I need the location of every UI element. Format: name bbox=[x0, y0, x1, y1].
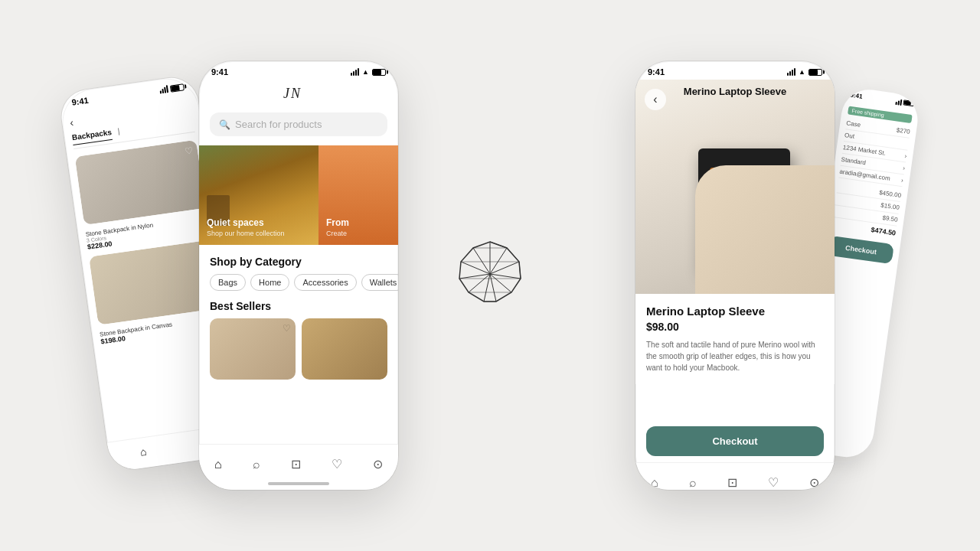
wifi-right: ▲ bbox=[799, 68, 805, 76]
checkout-button[interactable]: Checkout bbox=[646, 426, 824, 456]
battery-icon bbox=[170, 83, 185, 92]
search-icon: 🔍 bbox=[219, 119, 230, 130]
shop-by-category-title: Shop by Category bbox=[199, 256, 398, 274]
time-center: 9:41 bbox=[211, 67, 228, 77]
center-diamond-logo bbox=[452, 236, 528, 315]
signal-right bbox=[787, 68, 795, 76]
bestseller-1[interactable]: ♡ bbox=[210, 318, 296, 380]
product-image-area: ‹ Merino Laptop Sleeve bbox=[635, 80, 835, 294]
wifi-center: ▲ bbox=[362, 68, 369, 76]
product-info-right: Merino Laptop Sleeve $98.00 The soft and… bbox=[635, 294, 835, 384]
hero-section: Quiet spaces Shop our home collection Fr… bbox=[199, 145, 398, 245]
home-indicator-center bbox=[268, 482, 329, 485]
nav-heart-center[interactable]: ♡ bbox=[332, 457, 342, 471]
bottom-nav-right: ⌂ ⌕ ⊡ ♡ ⊙ bbox=[635, 462, 835, 490]
tab-backpacks[interactable]: Backpacks bbox=[71, 128, 113, 145]
hero-banner-right[interactable]: From Create bbox=[318, 145, 398, 245]
brand-logo-svg: JN bbox=[283, 86, 314, 101]
status-icons-right: ▲ bbox=[787, 68, 822, 76]
nav-bag-right[interactable]: ⊡ bbox=[727, 475, 737, 490]
product-name-right: Merino Laptop Sleeve bbox=[646, 305, 824, 318]
summary-amount-1: $450.00 bbox=[879, 189, 902, 199]
summary-amount-3: $9.50 bbox=[882, 214, 898, 223]
signal-back bbox=[895, 98, 902, 105]
bottom-nav-center: ⌂ ⌕ ⊡ ♡ ⊙ bbox=[199, 444, 398, 490]
hero-title-right: From bbox=[326, 217, 349, 228]
order-label-shipping: Standard bbox=[841, 156, 866, 166]
status-bar-right: 9:41 ▲ bbox=[635, 61, 835, 80]
svg-line-14 bbox=[507, 248, 519, 262]
hero-sub-right: Create bbox=[326, 230, 349, 237]
order-total-amount: $474.50 bbox=[871, 226, 897, 236]
category-home[interactable]: Home bbox=[250, 274, 289, 291]
product-title-bar: Merino Laptop Sleeve bbox=[635, 86, 835, 97]
status-icons-left bbox=[159, 83, 185, 93]
back-arrow-icon[interactable]: ‹ bbox=[69, 116, 74, 129]
order-chevron-email: › bbox=[900, 177, 903, 184]
categories-row: Bags Home Accessories Wallets bbox=[199, 274, 398, 300]
hero-title-left: Quiet spaces bbox=[207, 217, 285, 228]
battery-center bbox=[372, 69, 386, 76]
nav-search-center[interactable]: ⌕ bbox=[253, 458, 260, 471]
status-icons-center: ▲ bbox=[351, 68, 386, 76]
phone-right: 9:41 ▲ bbox=[635, 61, 835, 490]
product-card-1[interactable]: ♡ bbox=[75, 140, 206, 225]
signal-center bbox=[351, 68, 359, 76]
order-chevron-shipping: › bbox=[903, 165, 906, 171]
nav-home-right[interactable]: ⌂ bbox=[651, 476, 658, 490]
category-bags[interactable]: Bags bbox=[210, 274, 246, 291]
hero-text-left: Quiet spaces Shop our home collection bbox=[207, 217, 285, 237]
app-logo: JN bbox=[199, 80, 398, 112]
product-price-right: $98.00 bbox=[646, 321, 824, 333]
diamond-svg bbox=[452, 236, 528, 312]
phones-left-group: 9:41 ‹ Backpacks bbox=[69, 61, 398, 490]
heart-icon-1[interactable]: ♡ bbox=[184, 145, 194, 156]
nav-bag-center[interactable]: ⊡ bbox=[291, 457, 301, 471]
nav-home-left[interactable]: ⌂ bbox=[139, 445, 148, 458]
product-detail: ‹ Merino Laptop Sleeve Merino Laptop Sle… bbox=[635, 80, 835, 490]
search-bar[interactable]: 🔍 Search for products bbox=[210, 112, 387, 136]
search-placeholder-text: Search for products bbox=[235, 119, 322, 130]
scene: 9:41 ‹ Backpacks bbox=[69, 27, 911, 524]
order-summary: $450.00 $15.00 $9.50 $474.50 bbox=[831, 181, 902, 240]
back-checkout-label: Checkout bbox=[844, 244, 877, 256]
order-price-case: $270 bbox=[896, 127, 910, 135]
category-accessories[interactable]: Accessories bbox=[294, 274, 356, 291]
bestsellers-row: ♡ bbox=[199, 318, 398, 380]
heart-icon-bestseller-1[interactable]: ♡ bbox=[283, 323, 291, 334]
summary-amount-2: $15.00 bbox=[880, 202, 900, 211]
phone-center: 9:41 ▲ JN bbox=[199, 61, 398, 490]
product-header-title: Merino Laptop Sleeve bbox=[684, 86, 786, 97]
order-label-out: Out bbox=[844, 132, 855, 140]
svg-line-13 bbox=[490, 242, 507, 248]
checkout-label: Checkout bbox=[712, 435, 757, 447]
svg-text:JN: JN bbox=[283, 86, 302, 101]
nav-home-center[interactable]: ⌂ bbox=[214, 458, 222, 471]
nav-search-right[interactable]: ⌕ bbox=[689, 476, 697, 490]
arm-visual bbox=[695, 165, 835, 294]
status-bar-center: 9:41 ▲ bbox=[199, 61, 398, 80]
time-left: 9:41 bbox=[71, 96, 89, 107]
product-bg bbox=[635, 80, 835, 294]
product-description: The soft and tactile hand of pure Merino… bbox=[646, 339, 824, 373]
back-checkout-button[interactable]: Checkout bbox=[828, 236, 894, 264]
hero-sub-left: Shop our home collection bbox=[207, 230, 285, 237]
tab-other[interactable]: | bbox=[117, 127, 121, 139]
time-back: 9:41 bbox=[850, 92, 863, 100]
phones-right-group: 9:41 ▲ bbox=[635, 61, 911, 490]
best-sellers-title: Best Sellers bbox=[199, 300, 398, 318]
hero-banner-left[interactable]: Quiet spaces Shop our home collection bbox=[199, 145, 318, 245]
category-wallets[interactable]: Wallets bbox=[361, 274, 398, 291]
nav-person-right[interactable]: ⊙ bbox=[809, 475, 819, 490]
signal-icon bbox=[159, 85, 168, 93]
order-label-case: Case bbox=[846, 119, 861, 129]
nav-person-center[interactable]: ⊙ bbox=[373, 457, 383, 471]
hero-text-right: From Create bbox=[326, 217, 349, 237]
bestseller-2[interactable] bbox=[302, 318, 387, 380]
battery-back bbox=[903, 99, 914, 106]
order-chevron-address: › bbox=[904, 152, 907, 159]
battery-right bbox=[808, 69, 822, 76]
time-right: 9:41 bbox=[648, 67, 665, 77]
nav-heart-right[interactable]: ♡ bbox=[768, 475, 779, 490]
